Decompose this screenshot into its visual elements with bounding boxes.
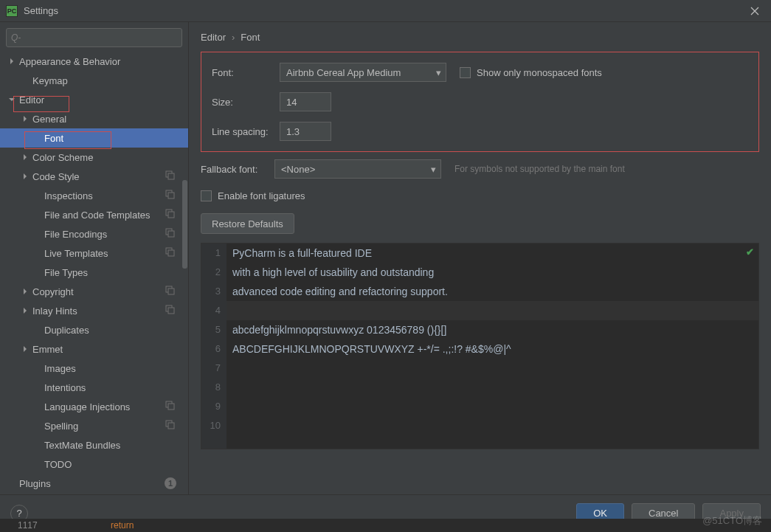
sidebar-item-spelling[interactable]: Spelling [0,416,188,435]
sidebar-item-emmet[interactable]: Emmet [0,339,188,359]
sidebar-item-inlay-hints[interactable]: Inlay Hints [0,301,188,320]
sidebar-item-general[interactable]: General [0,109,188,128]
sidebar-item-label: Color Scheme [32,152,93,163]
sidebar-item-plugins[interactable]: Plugins1 [0,474,188,493]
return-keyword: return [111,520,134,531]
sidebar-item-label: Spelling [44,421,78,432]
monospace-label: Show only monospaced fonts [477,67,602,78]
svg-rect-7 [168,231,174,237]
tree-arrow-icon [21,346,30,352]
copy-icon [165,286,175,297]
gutter-line-number: 7 [201,359,221,378]
gutter-line-number: 4 [201,301,221,320]
sidebar-item-duplicates[interactable]: Duplicates [0,320,188,339]
gutter-line-number: 6 [201,339,221,359]
fallback-info: For symbols not supported by the main fo… [454,164,625,174]
font-preview: ✔ 12345678910 PyCharm is a full-featured… [201,243,759,449]
sidebar-item-keymap[interactable]: Keymap [0,71,188,90]
sidebar-item-color-scheme[interactable]: Color Scheme [0,148,188,167]
sidebar-item-live-templates[interactable]: Live Templates [0,243,188,263]
tree-arrow-icon [21,173,30,179]
sidebar-item-file-types[interactable]: File Types [0,263,188,282]
line-number-gutter: 12345678910 [201,243,227,449]
ok-label: OK [593,508,607,519]
chevron-down-icon: ▾ [436,67,441,78]
breadcrumb: Editor › Font [189,22,771,52]
preview-line: advanced code editing and refactoring su… [227,282,758,301]
close-button[interactable] [744,1,765,21]
preview-line [227,397,758,416]
preview-line: PyCharm is a full-featured IDE [227,243,758,263]
fallback-select[interactable]: <None> ▾ [274,159,441,179]
restore-defaults-label: Restore Defaults [212,218,283,229]
linespacing-input[interactable] [280,122,331,141]
gutter-line-number: 10 [201,416,221,435]
sidebar-item-copyright[interactable]: Copyright [0,282,188,301]
copy-icon [165,420,175,432]
sidebar-item-textmate-bundles[interactable]: TextMate Bundles [0,435,188,455]
sidebar-item-font[interactable]: Font [0,128,188,148]
chevron-right-icon: › [232,32,235,43]
preview-line: ABCDEFGHIJKLMNOPQRSTUVWXYZ +-*/= .,;:!? … [227,339,758,359]
gutter-line-number: 5 [201,320,221,339]
svg-rect-15 [168,404,174,410]
sidebar-item-label: Appearance & Behavior [19,56,120,67]
svg-rect-5 [168,212,174,218]
tree-arrow-icon [21,289,30,294]
preview-line [227,378,758,397]
sidebar-item-label: TextMate Bundles [44,440,120,451]
sidebar-item-label: Images [44,363,76,374]
svg-rect-1 [168,173,174,179]
sidebar-item-intentions[interactable]: Intentions [0,378,188,397]
search-input[interactable] [6,28,182,47]
sidebar-item-file-encodings[interactable]: File Encodings [0,224,188,243]
font-select[interactable]: Airbnb Cereal App Medium ▾ [280,63,446,82]
sidebar-item-label: Inspections [44,190,93,201]
sidebar-item-label: Plugins [19,478,51,489]
sidebar-item-label: File Types [44,267,88,278]
breadcrumb-editor[interactable]: Editor [201,32,226,43]
preview-line [227,359,758,378]
sidebar-item-label: Intentions [44,382,86,393]
ligatures-label: Enable font ligatures [218,190,305,201]
gutter-line-number: 8 [201,378,221,397]
settings-tree[interactable]: Appearance & BehaviorKeymapEditorGeneral… [0,52,188,494]
monospace-checkbox[interactable] [460,67,471,78]
sidebar-item-code-style[interactable]: Code Style [0,167,188,186]
sidebar-item-label: Keymap [32,75,68,86]
sidebar-item-appearance-behavior[interactable]: Appearance & Behavior [0,52,188,71]
font-select-value: Airbnb Cereal App Medium [286,67,401,78]
sidebar-item-label: Font [44,133,63,144]
copy-icon [165,247,175,259]
preview-text-area[interactable]: PyCharm is a full-featured IDEwith a hig… [227,243,758,435]
sidebar-item-todo[interactable]: TODO [0,455,188,474]
font-label: Font: [212,67,280,78]
tree-arrow-icon [7,97,16,103]
sidebar-item-file-and-code-templates[interactable]: File and Code Templates [0,205,188,224]
linespacing-label: Line spacing: [212,126,280,137]
ligatures-checkbox[interactable] [201,190,212,201]
sidebar-item-label: Copyright [32,286,74,297]
tree-arrow-icon [21,308,30,314]
tree-arrow-icon [7,58,16,64]
window-title: Settings [24,5,744,16]
fallback-select-value: <None> [281,164,315,175]
editor-hint-bar: 1117 return [0,519,771,532]
copy-icon [165,401,175,412]
chevron-down-icon: ▾ [431,164,436,175]
copy-icon [165,228,175,240]
sidebar-item-language-injections[interactable]: Language Injections [0,397,188,416]
sidebar-item-images[interactable]: Images [0,359,188,378]
svg-rect-17 [168,423,174,429]
restore-defaults-button[interactable]: Restore Defaults [201,213,294,234]
preview-line: abcdefghijklmnopqrstuvwxyz 0123456789 ()… [227,320,758,339]
copy-icon [165,305,175,317]
gutter-line-number: 2 [201,263,221,282]
sidebar-item-label: Duplicates [44,325,89,336]
copy-icon [165,209,175,221]
sidebar-item-editor[interactable]: Editor [0,90,188,109]
size-input[interactable] [280,92,331,111]
sidebar-item-inspections[interactable]: Inspections [0,186,188,205]
tree-arrow-icon [21,116,30,122]
gutter-line-number: 1 [201,243,221,263]
